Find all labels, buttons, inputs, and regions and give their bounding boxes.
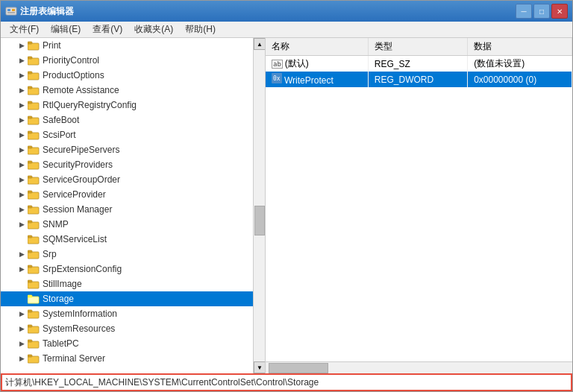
tree-item[interactable]: SNMP	[1, 217, 253, 232]
expand-arrow	[16, 189, 28, 200]
tree-item[interactable]: Session Manager	[1, 202, 253, 217]
menu-bar: 文件(F)编辑(E)查看(V)收藏夹(A)帮助(H)	[1, 22, 572, 38]
table-row[interactable]: 0x WriteProtectREG_DWORD0x00000000 (0)	[266, 72, 572, 87]
expand-arrow	[16, 233, 28, 245]
scroll-thumb[interactable]	[254, 206, 265, 235]
svg-rect-11	[28, 86, 32, 89]
cell-name: ab(默认)	[266, 56, 368, 72]
svg-rect-37	[28, 280, 32, 282]
tree-item[interactable]: SQMServiceList	[1, 232, 253, 247]
tree-item[interactable]: ServiceProvider	[1, 187, 253, 202]
expand-arrow	[16, 263, 28, 275]
svg-text:0x: 0x	[273, 75, 281, 82]
tree-item[interactable]: TabletPC	[1, 336, 253, 351]
expand-arrow	[16, 84, 28, 96]
tree-item[interactable]: Srp	[1, 247, 253, 262]
menu-item-v[interactable]: 查看(V)	[87, 22, 128, 37]
scroll-up-button[interactable]: ▲	[254, 38, 265, 50]
svg-rect-13	[28, 101, 32, 104]
folder-icon	[28, 264, 40, 274]
expand-arrow	[16, 293, 28, 305]
svg-rect-3	[7, 12, 15, 13]
folder-icon	[28, 338, 40, 349]
tree-item-label: SafeBoot	[41, 115, 79, 125]
tree-panel: Print PriorityControl ProductOptions Rem…	[1, 38, 266, 373]
window-icon	[5, 5, 17, 17]
tree-item[interactable]: RtlQueryRegistryConfig	[1, 98, 253, 113]
tree-item[interactable]: SecurityProviders	[1, 157, 253, 172]
col-name[interactable]: 名称	[266, 38, 368, 56]
close-button[interactable]: ✕	[551, 4, 568, 19]
h-scroll-thumb[interactable]	[269, 363, 328, 373]
menu-item-e[interactable]: 编辑(E)	[45, 22, 87, 37]
tree-item-label: PriorityControl	[41, 55, 99, 66]
tree-scrollbar: ▲ ▼	[253, 38, 265, 373]
expand-arrow	[16, 114, 28, 126]
maximize-button[interactable]: □	[533, 4, 550, 19]
table-row[interactable]: ab(默认)REG_SZ(数值未设置)	[266, 56, 572, 72]
tree-item[interactable]: Terminal Server	[1, 351, 253, 366]
tree-item[interactable]: Remote Assistance	[1, 83, 253, 98]
svg-rect-15	[28, 116, 32, 118]
right-panel: 名称 类型 数据 ab(默认)REG_SZ(数值未设置) 0x WritePro…	[266, 38, 572, 373]
cell-type: REG_SZ	[368, 56, 467, 72]
tree-item-label: SecurityProviders	[41, 159, 113, 170]
expand-arrow	[16, 218, 28, 230]
menu-item-a[interactable]: 收藏夹(A)	[128, 22, 179, 37]
menu-item-h[interactable]: 帮助(H)	[179, 22, 222, 37]
tree-item[interactable]: ProductOptions	[1, 68, 253, 83]
svg-rect-45	[28, 340, 32, 342]
tree-item-label: SrpExtensionConfig	[41, 264, 122, 274]
cell-data: (数值未设置)	[468, 56, 572, 72]
expand-arrow	[16, 308, 28, 320]
folder-icon	[28, 309, 40, 319]
expand-arrow	[16, 248, 28, 260]
svg-rect-17	[28, 131, 32, 133]
folder-icon	[28, 145, 40, 155]
tree-item[interactable]: SafeBoot	[1, 113, 253, 127]
expand-arrow	[16, 203, 28, 215]
reg-icon: 0x	[272, 73, 282, 83]
registry-table[interactable]: 名称 类型 数据 ab(默认)REG_SZ(数值未设置) 0x WritePro…	[266, 38, 572, 361]
tree-item[interactable]: SystemInformation	[1, 306, 253, 321]
svg-rect-35	[28, 265, 32, 268]
tree-item[interactable]: ServiceGroupOrder	[1, 172, 253, 187]
tree-item-label: TabletPC	[41, 338, 79, 349]
tree-item[interactable]: ScsiPort	[1, 127, 253, 142]
scroll-down-button[interactable]: ▼	[254, 361, 265, 373]
tree-item[interactable]: SrpExtensionConfig	[1, 262, 253, 276]
folder-icon	[28, 100, 40, 110]
svg-rect-43	[28, 325, 32, 327]
expand-arrow	[16, 338, 28, 350]
tree-item[interactable]: Print	[1, 38, 253, 53]
tree-item[interactable]: SecurePipeServers	[1, 142, 253, 157]
folder-icon	[28, 85, 40, 95]
tree-item-label: Session Manager	[41, 204, 112, 215]
tree-item[interactable]: Storage	[1, 291, 253, 306]
svg-rect-29	[28, 221, 32, 223]
col-type[interactable]: 类型	[368, 38, 467, 56]
folder-icon	[28, 174, 40, 185]
status-bar: 计算机\HKEY_LOCAL_MACHINE\SYSTEM\CurrentCon…	[1, 373, 572, 391]
tree-scroll[interactable]: Print PriorityControl ProductOptions Rem…	[1, 38, 253, 373]
registry-editor-window: 注册表编辑器 ─ □ ✕ 文件(F)编辑(E)查看(V)收藏夹(A)帮助(H) …	[0, 0, 573, 392]
col-data[interactable]: 数据	[468, 38, 572, 56]
tree-item[interactable]: StillImage	[1, 276, 253, 291]
minimize-button[interactable]: ─	[516, 4, 532, 19]
values-table: 名称 类型 数据 ab(默认)REG_SZ(数值未设置) 0x WritePro…	[266, 38, 572, 87]
horizontal-scrollbar[interactable]	[266, 361, 572, 373]
svg-rect-47	[28, 355, 32, 357]
tree-item-label: ServiceProvider	[41, 189, 106, 200]
tree-item[interactable]: PriorityControl	[1, 53, 253, 68]
expand-arrow	[16, 159, 28, 171]
ab-text-icon: ab	[272, 60, 283, 69]
tree-item-label: RtlQueryRegistryConfig	[41, 100, 137, 110]
scroll-track	[254, 50, 265, 361]
menu-item-f[interactable]: 文件(F)	[4, 22, 45, 37]
value-name: (默认)	[285, 58, 309, 69]
svg-rect-23	[28, 176, 32, 178]
value-name: WriteProtect	[284, 75, 334, 86]
tree-item[interactable]: SystemResources	[1, 321, 253, 336]
tree-item-label: Srp	[41, 249, 57, 259]
svg-rect-27	[28, 206, 32, 208]
